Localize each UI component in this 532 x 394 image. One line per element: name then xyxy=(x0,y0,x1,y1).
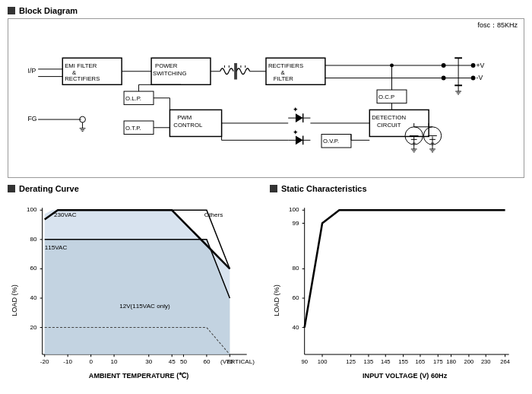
svg-text:✦: ✦ xyxy=(293,129,299,136)
svg-point-50 xyxy=(390,64,394,68)
svg-text:SWITCHING: SWITCHING xyxy=(153,70,186,77)
svg-point-36 xyxy=(471,63,476,68)
svg-text:-10: -10 xyxy=(63,358,72,365)
svg-text:O.L.P.: O.L.P. xyxy=(125,95,141,102)
svg-marker-74 xyxy=(296,135,303,145)
static-section: Static Characteristics LOAD (%) 100 99 8… xyxy=(270,184,524,394)
block-diagram-container: fosc：85KHz I/P FG EMI FILTER xyxy=(8,18,524,178)
block-diagram-title: Block Diagram xyxy=(8,6,524,15)
svg-text:RECTIFIERS: RECTIFIERS xyxy=(65,75,100,82)
block-diagram-section: Block Diagram fosc：85KHz I/P FG xyxy=(8,6,524,178)
static-svg: LOAD (%) 100 99 80 60 40 xyxy=(270,196,524,394)
static-title: Static Characteristics xyxy=(270,184,524,193)
svg-text:RECTIFIERS: RECTIFIERS xyxy=(268,62,303,69)
svg-text:20: 20 xyxy=(30,324,38,331)
svg-text:I/P: I/P xyxy=(28,67,36,75)
svg-text:FG: FG xyxy=(28,115,37,122)
svg-text:45: 45 xyxy=(169,358,176,365)
svg-text:50: 50 xyxy=(180,358,188,365)
svg-text:30: 30 xyxy=(145,358,153,365)
svg-text:135: 135 xyxy=(364,358,374,365)
svg-text:100: 100 xyxy=(289,206,299,213)
svg-text:O.C.P: O.C.P xyxy=(378,94,394,100)
svg-marker-140 xyxy=(45,240,230,354)
svg-text:125: 125 xyxy=(346,358,356,365)
svg-point-37 xyxy=(471,76,476,81)
svg-text:230: 230 xyxy=(481,358,491,365)
svg-text:80: 80 xyxy=(293,265,300,272)
derating-section: Derating Curve LOAD (%) 100 80 60 xyxy=(8,184,262,394)
svg-text:100: 100 xyxy=(27,206,37,213)
svg-text:200: 200 xyxy=(464,358,474,365)
svg-text:180: 180 xyxy=(446,358,456,365)
svg-text:80: 80 xyxy=(30,236,38,243)
svg-text:264: 264 xyxy=(500,358,510,365)
static-square-icon xyxy=(270,185,277,192)
svg-text:&: & xyxy=(72,69,77,76)
page: Block Diagram fosc：85KHz I/P FG xyxy=(0,0,532,394)
svg-text:165: 165 xyxy=(416,358,426,365)
svg-text:Others: Others xyxy=(204,211,223,218)
svg-text:99: 99 xyxy=(293,220,300,227)
svg-text:145: 145 xyxy=(381,358,391,365)
svg-text:230VAC: 230VAC xyxy=(54,211,77,218)
svg-text:-V: -V xyxy=(476,74,483,81)
svg-text:0: 0 xyxy=(89,358,93,365)
svg-text:O.V.P.: O.V.P. xyxy=(323,138,339,145)
svg-text:100: 100 xyxy=(318,358,328,365)
bottom-row: Derating Curve LOAD (%) 100 80 60 xyxy=(8,184,524,394)
derating-svg: LOAD (%) 100 80 60 40 20 xyxy=(8,196,262,394)
svg-text:LOAD (%): LOAD (%) xyxy=(11,284,18,316)
svg-text:60: 60 xyxy=(293,294,300,301)
svg-text:(VERTICAL): (VERTICAL) xyxy=(220,358,255,365)
svg-text:175: 175 xyxy=(433,358,443,365)
svg-text:115VAC: 115VAC xyxy=(45,244,68,251)
svg-text:155: 155 xyxy=(398,358,408,365)
svg-text:LOAD (%): LOAD (%) xyxy=(273,284,280,316)
svg-text:POWER: POWER xyxy=(155,62,178,69)
svg-text:DETECTION: DETECTION xyxy=(372,114,406,121)
svg-text:&: & xyxy=(280,69,285,76)
svg-text:CIRCUIT: CIRCUIT xyxy=(377,122,401,129)
svg-text:40: 40 xyxy=(293,324,300,331)
svg-text:AMBIENT TEMPERATURE (℃): AMBIENT TEMPERATURE (℃) xyxy=(89,372,189,380)
static-chart: LOAD (%) 100 99 80 60 40 xyxy=(270,196,524,394)
svg-text:+V: +V xyxy=(476,62,484,69)
block-diagram-svg: I/P FG EMI FILTER & RECTIFIERS xyxy=(14,23,518,164)
svg-text:60: 60 xyxy=(30,265,38,272)
fosc-label: fosc：85KHz xyxy=(477,21,518,30)
svg-text:✦: ✦ xyxy=(293,106,299,113)
svg-text:CONTROL: CONTROL xyxy=(173,122,203,129)
svg-text:12V(115VAC only): 12V(115VAC only) xyxy=(119,303,170,310)
svg-marker-69 xyxy=(296,113,303,122)
svg-text:O.T.P.: O.T.P. xyxy=(125,125,141,132)
svg-text:-20: -20 xyxy=(40,358,49,365)
svg-text:FILTER: FILTER xyxy=(274,75,294,82)
svg-text:INPUT VOLTAGE (V) 60Hz: INPUT VOLTAGE (V) 60Hz xyxy=(363,372,448,380)
svg-text:PWM: PWM xyxy=(177,114,192,121)
svg-text:10: 10 xyxy=(111,358,119,365)
svg-text:60: 60 xyxy=(203,358,211,365)
svg-text:90: 90 xyxy=(301,358,307,365)
derating-title: Derating Curve xyxy=(8,184,262,193)
svg-text:40: 40 xyxy=(30,294,38,301)
title-square-icon xyxy=(8,7,15,14)
derating-chart: LOAD (%) 100 80 60 40 20 xyxy=(8,196,262,394)
svg-text:EMI FILTER: EMI FILTER xyxy=(65,62,97,69)
derating-square-icon xyxy=(8,185,15,192)
